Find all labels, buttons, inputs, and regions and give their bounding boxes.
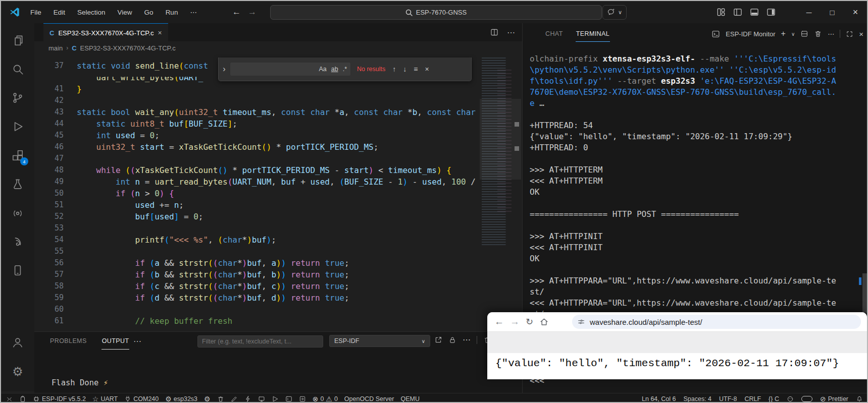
new-terminal-icon[interactable]: + [781, 29, 786, 38]
copilot-button[interactable]: ∨ [602, 5, 627, 20]
device-phone-icon[interactable] [1, 260, 34, 280]
terminal-scrollbar[interactable] [862, 273, 867, 313]
maximize-panel-icon[interactable] [846, 30, 853, 38]
tab-close-icon[interactable]: × [158, 29, 162, 37]
screencast-pill-icon[interactable] [801, 396, 812, 402]
settings-gear-icon[interactable]: ⚙ [1, 362, 34, 382]
tunnel-icon[interactable] [787, 395, 794, 402]
split-terminal-icon[interactable] [800, 30, 808, 38]
wireless-broadcast-icon[interactable] [1, 203, 34, 223]
code-line[interactable]: 52 buf[used] = 0; [34, 211, 481, 222]
code-line[interactable]: 51 used += n; [34, 199, 481, 211]
search-command-center[interactable]: ESP-7670-GNSS [270, 5, 602, 20]
code-line[interactable]: 61 // keep buffer fresh [34, 315, 481, 327]
tab-terminal[interactable]: TERMINAL [576, 26, 610, 42]
browser-home-icon[interactable] [539, 317, 549, 327]
run-debug-icon[interactable] [1, 117, 34, 137]
window-minimize-button[interactable]: ─ [797, 1, 821, 23]
toggle-sidebar-icon[interactable] [733, 7, 743, 17]
breadcrumb[interactable]: main › C ESP32-S3-XXX7670X-4G-TCP.c [34, 41, 522, 54]
monitor-icon[interactable] [258, 395, 265, 402]
uart-flash-method[interactable]: ☆UART [92, 395, 118, 402]
terminal-instance-label[interactable]: ESP-IDF Monitor [726, 30, 775, 38]
customize-layout-icon[interactable] [716, 7, 726, 17]
close-panel-icon[interactable]: × [859, 30, 863, 38]
problems-counts[interactable]: ⊗0⚠0 [313, 395, 338, 402]
code-line[interactable]: 41} [34, 83, 481, 95]
breadcrumb-root[interactable]: main [48, 44, 63, 52]
menu-selection[interactable]: Selection [72, 7, 111, 18]
find-next-icon[interactable]: ↓ [403, 65, 406, 73]
browser-url[interactable]: waveshare.cloud/api/sample-test/ [590, 318, 702, 326]
idf-target[interactable]: ⚙esp32s3 [165, 395, 197, 402]
build-wrench-icon[interactable] [231, 395, 238, 402]
find-previous-icon[interactable]: ↑ [392, 65, 396, 73]
code-line[interactable]: 56 if (a && strstr((char*)buf, a)) retur… [34, 257, 481, 269]
flash-lightning-icon[interactable] [244, 395, 251, 402]
terminal-dropdown-icon[interactable]: ∨ [791, 31, 795, 37]
accounts-icon[interactable] [1, 332, 34, 353]
menu-view[interactable]: View [113, 7, 137, 18]
menu-run[interactable]: Run [161, 7, 183, 18]
eol-sequence[interactable]: CRLF [744, 395, 761, 402]
code-line[interactable]: 43static bool wait_any(uint32_t timeout_… [34, 106, 481, 118]
tab-chat[interactable]: CHAT [545, 26, 564, 42]
espidf-version[interactable]: ESP-IDF v5.5.2 [33, 395, 86, 402]
find-close-icon[interactable]: × [425, 65, 429, 73]
editor-more-icon[interactable]: ⋯ [507, 28, 515, 37]
menu-more[interactable]: ⋯ [185, 6, 202, 18]
minimap[interactable] [480, 54, 521, 317]
notifications-bell-icon[interactable] [856, 395, 863, 402]
find-input[interactable] [230, 66, 315, 73]
code-line[interactable]: 44 static uint8_t buf[BUF_SIZE]; [34, 118, 481, 130]
find-in-selection-icon[interactable]: ≡ [414, 65, 418, 73]
full-clean-trash-icon[interactable] [217, 395, 224, 402]
qemu[interactable]: QEMU [401, 395, 420, 402]
kill-terminal-trash-icon[interactable] [814, 30, 822, 38]
debug-icon[interactable] [272, 395, 279, 402]
browser-address-bar[interactable]: waveshare.cloud/api/sample-test/ [572, 315, 861, 329]
code-line[interactable]: 46 uint32_t start = xTaskGetTickCount() … [34, 141, 481, 153]
window-close-button[interactable]: × [844, 1, 867, 23]
language-mode[interactable]: {} C [769, 395, 779, 402]
espressif-icon[interactable] [1, 232, 34, 252]
indentation[interactable]: Spaces: 4 [683, 395, 711, 402]
output-channel-select[interactable]: ESP-IDF ∨ [329, 335, 430, 347]
code-line[interactable]: 54 printf("<<< %s", (char*)buf); [34, 234, 481, 246]
code-line[interactable]: 48 while ((xTaskGetTickCount() * portTIC… [34, 164, 481, 176]
toggle-panel-icon[interactable] [749, 7, 759, 17]
nav-forward-icon[interactable]: → [248, 7, 257, 17]
minimap-slider[interactable] [480, 99, 521, 180]
code-line[interactable]: 58 if (c && strstr((char*)buf, c)) retur… [34, 280, 481, 292]
menu-file[interactable]: File [25, 7, 46, 18]
tab-problems[interactable]: PROBLEMS [49, 333, 87, 349]
code-line[interactable]: 55 [34, 246, 481, 257]
output-more-icon[interactable]: ⋯ [463, 335, 471, 344]
cursor-position[interactable]: Ln 64, Col 6 [642, 395, 676, 402]
code-line[interactable]: 49 int n = uart_read_bytes(UART_NUM, buf… [34, 176, 481, 188]
panel-more-icon[interactable]: ⋯ [133, 336, 141, 346]
search-sidebar-icon[interactable] [1, 59, 34, 79]
source-control-icon[interactable] [1, 88, 34, 108]
explorer-icon[interactable] [1, 30, 34, 50]
dev-board-icon[interactable] [19, 395, 26, 402]
serial-port[interactable]: COM240 [124, 395, 159, 402]
code-editor[interactable]: 37static void send_line(const uart_write… [34, 54, 481, 331]
code-line[interactable]: 59 if (d && strstr((char*)buf, d)) retur… [34, 292, 481, 304]
split-editor-icon[interactable] [490, 28, 499, 37]
code-line[interactable]: 53 [34, 222, 481, 234]
whole-word-toggle[interactable]: ab [331, 66, 338, 73]
code-line[interactable]: 45 int used = 0; [34, 130, 481, 141]
menu-edit[interactable]: Edit [48, 7, 70, 18]
nav-back-icon[interactable]: ← [232, 7, 241, 17]
breadcrumb-file[interactable]: ESP32-S3-XXX7670X-4G-TCP.c [80, 44, 176, 52]
extensions-icon[interactable]: 4 [1, 145, 34, 165]
browser-forward-icon[interactable]: → [510, 316, 520, 327]
remote-indicator[interactable] [6, 396, 13, 402]
site-info-icon[interactable] [577, 318, 585, 326]
toggle-secondary-sidebar-icon[interactable] [766, 7, 776, 17]
lock-autoscroll-icon[interactable] [448, 336, 456, 344]
match-case-toggle[interactable]: Aa [319, 66, 326, 73]
regex-toggle[interactable]: .* [343, 66, 347, 73]
openocd-server[interactable]: OpenOCD Server [344, 395, 394, 402]
